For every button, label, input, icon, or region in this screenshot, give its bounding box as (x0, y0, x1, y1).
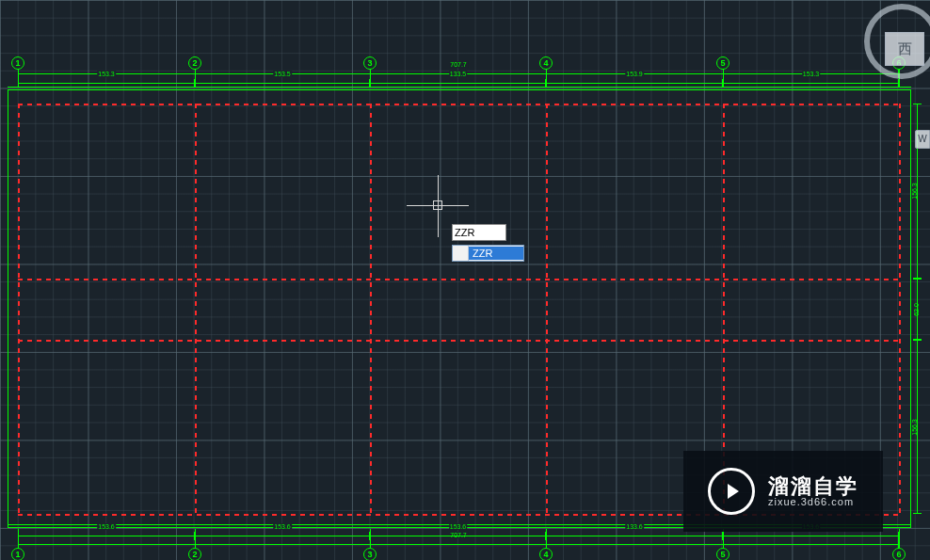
vertical-dimension: 156.3 (913, 340, 922, 514)
dimension-segment: 133.5 (370, 79, 546, 88)
grid-bubble-bottom: 2 (188, 548, 201, 560)
red-grid-vertical (899, 104, 901, 514)
grid-bubble-top: 4 (539, 56, 553, 70)
dimension-segment: 153.9 (546, 79, 723, 88)
dimension-value: 153.6 (97, 523, 116, 530)
frame-left-line (8, 89, 8, 527)
dimension-segment: 153.3 (18, 79, 195, 88)
dimension-value: 156.3 (912, 183, 919, 200)
dimension-value: 153.5 (273, 71, 292, 77)
dimension-value: 153.3 (97, 71, 116, 77)
dimension-value: 153.6 (449, 523, 468, 530)
grid-bubble-bottom: 6 (892, 548, 906, 560)
command-suggestion-label: ZZR (469, 247, 523, 260)
frame-top-line (8, 89, 911, 90)
dimension-segment: 153.5 (195, 79, 370, 88)
grid-tick (899, 529, 900, 548)
play-icon (708, 468, 755, 515)
command-suggestion[interactable]: ZZR (452, 245, 524, 262)
grid-bubble-top: 5 (716, 56, 730, 70)
grid-bubble-top: 3 (363, 56, 377, 70)
grid-bubble-top: 2 (188, 56, 201, 70)
dimension-segment: 133.6 (546, 532, 723, 540)
dimension-value: 153.3 (802, 71, 821, 77)
watermark-title: 溜溜自学 (768, 475, 858, 497)
wcs-badge[interactable]: W (915, 130, 930, 149)
red-grid-vertical (370, 104, 372, 514)
red-grid-horizontal (18, 340, 899, 342)
command-entry[interactable] (452, 224, 506, 241)
grid-bubble-top: 1 (11, 56, 24, 70)
cad-canvas[interactable]: 112233445566 707.7707.7153.3153.5133.515… (0, 0, 930, 560)
dimension-segment: 153.6 (18, 532, 195, 540)
dimension-segment: 153.3 (723, 79, 899, 88)
viewcube-face[interactable]: 西 (885, 32, 924, 66)
grid-bubble-bottom: 5 (716, 548, 730, 560)
frame-right-line (910, 89, 911, 527)
dimension-segment: 153.6 (370, 532, 546, 540)
red-grid-vertical (546, 104, 548, 514)
grid-bubble-bottom: 1 (11, 548, 24, 560)
red-grid-horizontal (18, 279, 899, 280)
watermark-url: zixue.3d66.com (768, 497, 858, 508)
red-grid-vertical (195, 104, 197, 514)
dynamic-command-input[interactable]: ZZR (452, 224, 524, 262)
viewcube[interactable]: 西 (864, 4, 930, 79)
command-suggestion-icon (453, 246, 469, 261)
dimension-value: 153.9 (625, 71, 644, 77)
red-grid-vertical (18, 104, 20, 514)
watermark: 溜溜自学 zixue.3d66.com (683, 451, 883, 532)
red-grid-horizontal (18, 104, 899, 105)
dimension-segment: 153.6 (195, 532, 370, 540)
dimension-value: 133.5 (449, 71, 468, 77)
dimension-value: 62.0 (914, 303, 921, 316)
grid-bubble-bottom: 3 (363, 548, 377, 560)
dimension-value: 707.7 (449, 61, 468, 68)
overall-dimension: 707.7 (18, 540, 899, 549)
dimension-value: 133.6 (625, 523, 644, 530)
vertical-dimension: 62.0 (913, 279, 922, 340)
dimension-segment: 153.6 (723, 532, 899, 540)
grid-bubble-bottom: 4 (539, 548, 553, 560)
dimension-value: 156.3 (912, 419, 919, 436)
dimension-value: 153.6 (273, 523, 292, 530)
